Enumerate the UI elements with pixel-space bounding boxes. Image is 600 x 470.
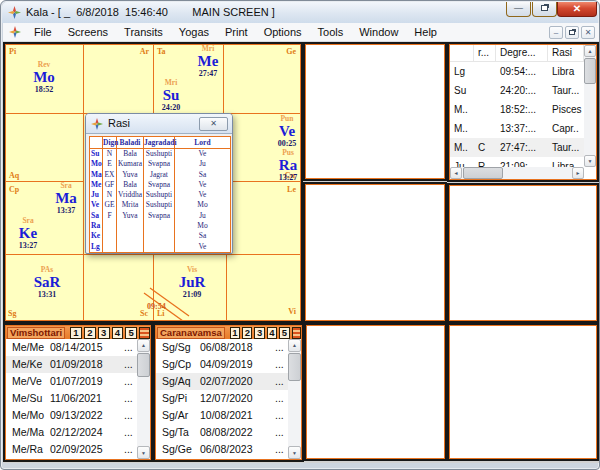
dasha-row[interactable]: Sg/Ar10/08/2021... xyxy=(156,407,301,424)
dasha-options-button[interactable] xyxy=(139,327,150,339)
col-header-baladi: Baladi xyxy=(117,137,144,149)
dasha-level-tab-5[interactable]: 5 xyxy=(125,327,137,339)
empty-panel-bottom-right xyxy=(447,323,599,461)
dasha-level-tab-1[interactable]: 1 xyxy=(70,327,82,339)
table-row[interactable]: JuR 21:09:...Libra xyxy=(450,157,584,167)
scroll-down-arrow[interactable]: ▼ xyxy=(584,155,596,167)
caranavamsa-list: Sg/Sg06/08/2018... Sg/Cp04/09/2019... Sg… xyxy=(156,339,301,459)
table-row[interactable]: M.. 13:37:...Capr.. xyxy=(450,119,584,138)
dasha-row[interactable]: Sg/Sg06/08/2018... xyxy=(156,339,301,356)
caranavamsa-scrollbar[interactable]: ▲ ▼ xyxy=(288,339,301,459)
menu-item-transits[interactable]: Transits xyxy=(116,24,171,40)
empty-panel-right-mid xyxy=(447,183,599,323)
restore-icon xyxy=(541,5,548,11)
planet-rahu: Pus Ra 13:27 xyxy=(258,149,301,182)
rasi-popup-titlebar[interactable]: Rasi ✕ xyxy=(86,114,232,134)
planet-positions-table[interactable]: r... Degre... Rasi Lg 09:54:...Libra Su … xyxy=(450,45,596,179)
menu-item-screens[interactable]: Screens xyxy=(60,24,116,40)
dasha-options-button[interactable] xyxy=(292,327,302,339)
popup-close-button[interactable]: ✕ xyxy=(199,117,228,131)
mdi-window-controls: – ✕ xyxy=(549,26,595,39)
dasha-row[interactable]: Me/Ke01/09/2018... xyxy=(6,356,150,373)
dasha-level-tab-3[interactable]: 3 xyxy=(254,327,264,339)
scroll-left-arrow[interactable]: ◄ xyxy=(450,167,462,179)
dasha-row[interactable]: Sg/Pi12/07/2020... xyxy=(156,390,301,407)
scroll-up-arrow[interactable]: ▲ xyxy=(288,339,301,352)
dasha-level-tab-3[interactable]: 3 xyxy=(98,327,110,339)
planet-ketu: Sra Ke 13:27 xyxy=(5,217,58,250)
table-row[interactable]: Su 24:20:...Taur... xyxy=(450,81,584,100)
rasi-popup-window: Rasi ✕ Dign Baladi Jagradadi Lord SuNBal… xyxy=(85,113,233,254)
dasha-row[interactable]: Sg/Ta08/08/2022... xyxy=(156,424,301,441)
sign-label-aries: Ar xyxy=(140,47,149,56)
planet-sun: Mri Su 24:20 xyxy=(141,79,201,112)
scroll-right-arrow[interactable]: ► xyxy=(572,167,584,179)
scrollbar-thumb[interactable] xyxy=(137,353,150,377)
menu-item-file[interactable]: File xyxy=(26,24,60,40)
vimshottari-title[interactable]: Vimshottari xyxy=(7,327,65,339)
empty-panel-bottom-left xyxy=(304,323,447,461)
dasha-row[interactable]: Sg/Aq02/07/2020... xyxy=(156,373,301,390)
table-horizontal-scrollbar[interactable]: ◄ ► xyxy=(450,167,584,179)
menu-item-window[interactable]: Window xyxy=(351,24,406,40)
sign-label-sagittarius: Sg xyxy=(8,309,16,318)
dasha-level-tab-5[interactable]: 5 xyxy=(279,327,289,339)
dasha-level-tab-2[interactable]: 2 xyxy=(242,327,252,339)
window-title: Kala - [ _ 6/8/2018 15:46:40 MAIN SCREEN… xyxy=(26,6,275,18)
mdi-restore-icon xyxy=(569,30,575,35)
dasha-row[interactable]: Me/Me08/14/2015... xyxy=(6,339,150,356)
restore-button[interactable] xyxy=(532,2,557,17)
caranavamsa-title[interactable]: Caranavamsa xyxy=(157,327,225,339)
table-row[interactable]: Lg 09:54:...Libra xyxy=(450,62,584,81)
dasha-row[interactable]: Sg/Ge06/08/2023... xyxy=(156,441,301,458)
scroll-down-arrow[interactable]: ▼ xyxy=(137,446,150,459)
menu-bar: File Screens Transits Yogas Print Option… xyxy=(3,23,599,42)
minimize-button[interactable]: — xyxy=(506,2,531,17)
col-header-dign: Dign xyxy=(103,137,117,149)
col-header-rasi: Rasi xyxy=(548,45,584,61)
scroll-up-arrow[interactable]: ▲ xyxy=(584,45,596,57)
menu-item-options[interactable]: Options xyxy=(256,24,310,40)
dasha-row[interactable]: Me/Ve01/07/2019... xyxy=(6,373,150,390)
col-header-jagradadi: Jagradadi xyxy=(144,137,175,149)
rasi-popup-title: Rasi xyxy=(108,117,130,129)
dasha-row[interactable]: Sg/Cp04/09/2019... xyxy=(156,356,301,373)
mdi-minimize-button[interactable]: – xyxy=(549,26,563,39)
table-row[interactable]: M.. 18:52:...Pisces xyxy=(450,100,584,119)
table-header-row: r... Degre... Rasi xyxy=(450,45,584,62)
dasha-row[interactable]: Me/Ma02/12/2024... xyxy=(6,424,150,441)
dasha-level-tab-4[interactable]: 4 xyxy=(112,327,124,339)
mdi-close-button[interactable]: ✕ xyxy=(581,26,595,39)
scrollbar-thumb[interactable] xyxy=(463,167,503,179)
menu-item-print[interactable]: Print xyxy=(217,24,256,40)
sign-label-virgo: Vi xyxy=(288,307,296,316)
caranavamsa-header: Caranavamsa 1 2 3 4 5 xyxy=(156,326,301,339)
dasha-row[interactable]: Me/Mo09/13/2022... xyxy=(6,407,150,424)
scrollbar-thumb[interactable] xyxy=(288,353,301,381)
menu-item-help[interactable]: Help xyxy=(406,24,445,40)
kala-main-window: Kala - [ _ 6/8/2018 15:46:40 MAIN SCREEN… xyxy=(0,0,600,470)
vimshottari-scrollbar[interactable]: ▲ ▼ xyxy=(137,339,150,459)
mdi-restore-button[interactable] xyxy=(565,26,579,39)
planet-jupiter-retro: Vis JuR 21:09 xyxy=(162,266,222,299)
dasha-row[interactable]: Me/Su11/06/2021... xyxy=(6,390,150,407)
menu-item-tools[interactable]: Tools xyxy=(310,24,352,40)
sign-label-libra: Li xyxy=(157,309,165,318)
title-bar[interactable]: Kala - [ _ 6/8/2018 15:46:40 MAIN SCREEN… xyxy=(2,2,598,23)
sign-label-aquarius: Aq xyxy=(9,171,19,180)
table-row[interactable]: M..C 27:47:...Taur... xyxy=(450,138,584,157)
dasha-level-tab-2[interactable]: 2 xyxy=(84,327,96,339)
table-vertical-scrollbar[interactable]: ▲ ▼ xyxy=(584,45,596,167)
planet-venus: Pun Ve 00:25 xyxy=(257,115,301,148)
sign-label-pisces: Pi xyxy=(9,47,16,56)
menu-item-yogas[interactable]: Yogas xyxy=(171,24,217,40)
scrollbar-thumb[interactable] xyxy=(584,58,596,84)
dasha-level-tab-1[interactable]: 1 xyxy=(230,327,240,339)
dasha-level-tab-4[interactable]: 4 xyxy=(267,327,277,339)
planet-mercury: Mri Me 27:47 xyxy=(178,45,238,78)
vimshottari-header: Vimshottari 1 2 3 4 5 xyxy=(6,326,150,339)
scroll-up-arrow[interactable]: ▲ xyxy=(137,339,150,352)
dasha-row[interactable]: Me/Ra02/09/2025... xyxy=(6,441,150,458)
scroll-down-arrow[interactable]: ▼ xyxy=(288,446,301,459)
close-button[interactable]: ✕ xyxy=(557,2,597,17)
